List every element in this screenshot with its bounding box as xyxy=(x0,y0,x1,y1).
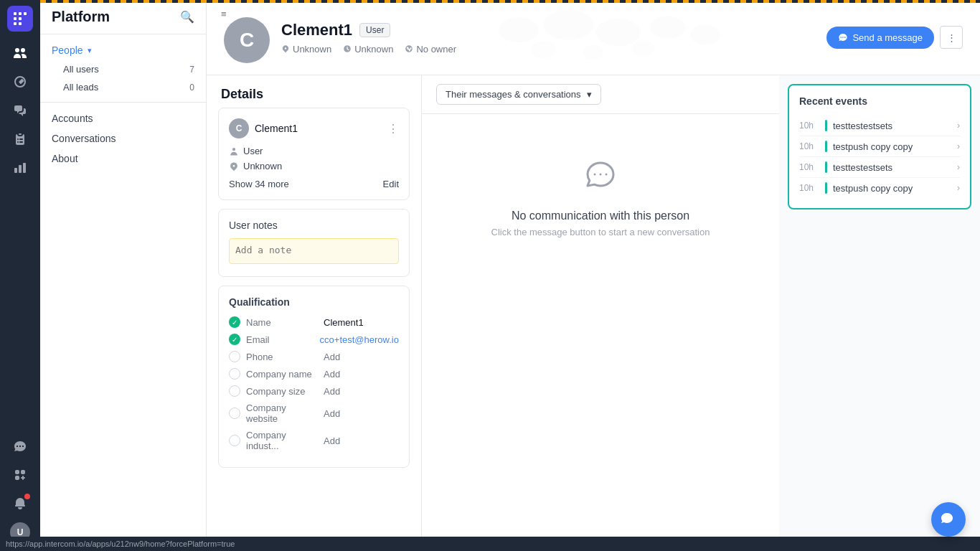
user-role-badge: User xyxy=(359,23,390,37)
empty-icon-phone xyxy=(229,351,240,362)
clock-icon xyxy=(343,44,352,53)
edit-link[interactable]: Edit xyxy=(383,179,399,189)
all-leads-count: 0 xyxy=(189,83,194,93)
sidebar-item-people[interactable]: People ▾ xyxy=(40,40,206,60)
sidebar-item-accounts[interactable]: Accounts xyxy=(40,108,206,128)
qual-company-website: Company website Add xyxy=(229,402,399,424)
qual-label-company-name: Company name xyxy=(246,369,318,380)
recent-events-title: Recent events xyxy=(799,95,960,107)
user-location-text: Unknown xyxy=(293,44,331,55)
svg-rect-1 xyxy=(19,12,22,15)
chat-bubble-button[interactable] xyxy=(931,502,966,537)
event-time: 10h xyxy=(799,162,819,172)
empty-icon-company-website xyxy=(229,408,240,419)
sidebar-divider-1 xyxy=(40,102,206,103)
qual-name: ✓ Name Clement1 xyxy=(229,316,399,328)
send-message-button[interactable]: Send a message xyxy=(826,27,934,49)
more-options-button[interactable]: ⋮ xyxy=(940,26,963,49)
rail-icon-clipboard[interactable] xyxy=(7,126,33,152)
hamburger-menu[interactable]: ≡ xyxy=(221,9,227,19)
qualification-title: Qualification xyxy=(229,296,399,308)
content-area: Details C Clement1 ⋮ User Unknown xyxy=(207,75,980,551)
event-bar xyxy=(825,141,827,152)
qual-label-company-size: Company size xyxy=(246,386,318,397)
no-communication-section: No communication with this person Click … xyxy=(422,114,779,281)
user-card-menu-icon[interactable]: ⋮ xyxy=(387,122,399,136)
user-avatar: C xyxy=(224,17,270,63)
rail-icon-chat[interactable] xyxy=(7,98,33,123)
qual-company-name: Company name Add xyxy=(229,368,399,380)
location-icon xyxy=(281,44,290,53)
search-icon[interactable]: 🔍 xyxy=(180,10,194,24)
event-item-event-1[interactable]: 10h testtestestsets › xyxy=(799,116,960,136)
qual-add-company-industry[interactable]: Add xyxy=(324,435,340,446)
qual-label-email: Email xyxy=(246,334,314,345)
sidebar-subitem-all-users[interactable]: All users 7 xyxy=(40,60,206,78)
svg-rect-3 xyxy=(14,17,17,20)
check-icon-name: ✓ xyxy=(229,316,240,328)
svg-rect-5 xyxy=(14,22,17,25)
empty-icon-company-name xyxy=(229,368,240,380)
event-time: 10h xyxy=(799,121,819,131)
event-bar xyxy=(825,161,827,173)
event-name: testpush copy copy xyxy=(833,141,951,152)
sidebar-item-about[interactable]: About xyxy=(40,149,206,169)
qual-company-size: Company size Add xyxy=(229,385,399,397)
all-leads-label: All leads xyxy=(63,82,98,93)
user-card-location: Unknown xyxy=(229,161,399,171)
empty-icon-company-industry xyxy=(229,435,240,446)
status-bar: https://app.intercom.io/a/apps/u212nw9/h… xyxy=(0,537,980,551)
rail-icon-people[interactable] xyxy=(7,40,33,66)
user-name: Clement1 xyxy=(281,21,352,39)
user-card-name: Clement1 xyxy=(255,123,298,134)
rail-icon-message[interactable] xyxy=(7,433,33,459)
rail-icon-compass[interactable] xyxy=(7,69,33,95)
no-comm-title: No communication with this person xyxy=(512,209,689,222)
status-url-text: https://app.intercom.io/a/apps/u212nw9/h… xyxy=(6,540,235,548)
user-card: C Clement1 ⋮ User Unknown Show 34 more E… xyxy=(218,108,410,200)
user-timezone-text: Unknown xyxy=(354,44,393,55)
sidebar: Platform 🔍 People ▾ All users 7 All lead… xyxy=(40,0,207,551)
user-card-footer: Show 34 more Edit xyxy=(229,179,399,189)
qual-label-name: Name xyxy=(246,317,318,328)
no-comm-chat-icon xyxy=(583,157,618,198)
logo[interactable] xyxy=(7,6,33,32)
chevron-down-icon: ▾ xyxy=(587,89,592,100)
event-name: testtestestsets xyxy=(833,121,951,131)
event-name: testtestestsets xyxy=(833,162,951,173)
user-card-role: User xyxy=(229,146,399,156)
qualification-section: Qualification ✓ Name Clement1 ✓ Email cc… xyxy=(218,286,410,468)
qual-add-phone[interactable]: Add xyxy=(324,352,340,362)
check-icon-email: ✓ xyxy=(229,334,240,345)
event-arrow-icon: › xyxy=(957,141,960,151)
user-name-row: Clement1 User xyxy=(281,21,815,39)
qual-value-email[interactable]: cco+test@herow.io xyxy=(320,334,399,345)
event-arrow-icon: › xyxy=(957,121,960,131)
user-meta: Unknown Unknown No owner xyxy=(281,44,815,55)
qual-add-company-website[interactable]: Add xyxy=(324,408,340,419)
qual-company-industry: Company indust... Add xyxy=(229,430,399,451)
messages-dropdown[interactable]: Their messages & conversations ▾ xyxy=(436,84,601,105)
rail-icon-grid-plus[interactable] xyxy=(7,462,33,488)
user-card-name-row: C Clement1 xyxy=(229,118,298,138)
sidebar-subitem-all-leads[interactable]: All leads 0 xyxy=(40,78,206,96)
message-icon xyxy=(838,32,848,42)
rail-icon-chart[interactable] xyxy=(7,155,33,181)
event-item-event-2[interactable]: 10h testpush copy copy › xyxy=(799,136,960,157)
event-item-event-4[interactable]: 10h testpush copy copy › xyxy=(799,178,960,198)
user-card-avatar: C xyxy=(229,118,249,138)
user-card-header: C Clement1 ⋮ xyxy=(229,118,399,138)
rail-icon-bell[interactable] xyxy=(7,491,33,517)
qual-add-company-name[interactable]: Add xyxy=(324,369,340,380)
show-more-link[interactable]: Show 34 more xyxy=(229,179,289,189)
messages-panel: Their messages & conversations ▾ No comm… xyxy=(422,75,779,551)
sidebar-item-conversations[interactable]: Conversations xyxy=(40,128,206,149)
details-panel: Details C Clement1 ⋮ User Unknown xyxy=(207,75,422,551)
qual-add-company-size[interactable]: Add xyxy=(324,386,340,397)
event-item-event-3[interactable]: 10h testtestestsets › xyxy=(799,157,960,178)
event-name: testpush copy copy xyxy=(833,183,951,194)
svg-rect-2 xyxy=(24,12,27,15)
user-notes-input[interactable] xyxy=(229,238,399,264)
qual-value-name: Clement1 xyxy=(324,317,364,328)
all-users-count: 7 xyxy=(189,65,194,75)
